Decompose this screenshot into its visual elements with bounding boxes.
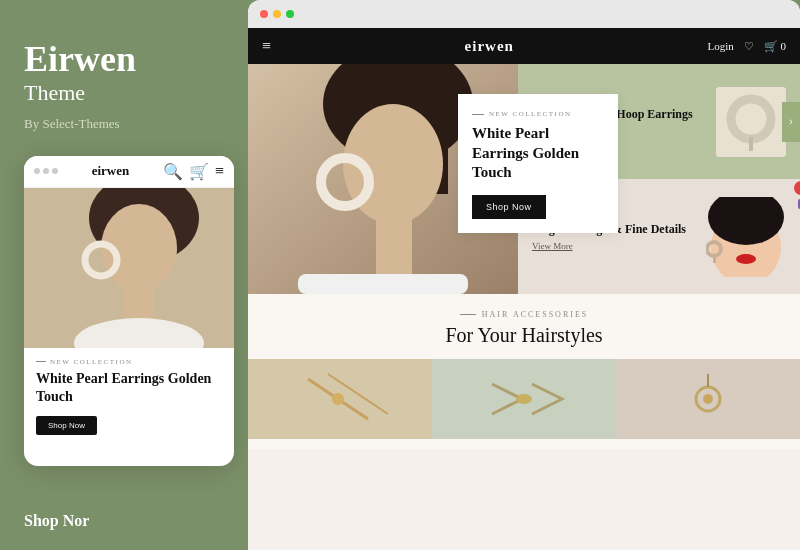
right-panel-chevron-button[interactable]: ›: [782, 102, 800, 142]
svg-rect-13: [298, 274, 468, 294]
new-collection-label: NEW COLLECTION: [472, 110, 604, 118]
header-action-icons: Login ♡ 🛒 0: [707, 40, 786, 53]
cart-icon[interactable]: 🛒 0: [764, 40, 786, 53]
hair-product-2[interactable]: [432, 359, 616, 439]
mobile-model-illustration: [24, 188, 234, 348]
svg-rect-21: [713, 255, 716, 263]
right-top-product-image: [716, 87, 786, 157]
svg-rect-16: [749, 137, 753, 151]
hair-accessories-section: HAIR ACCESSORIES For Your Hairstyles: [248, 294, 800, 449]
mobile-preview-card: eirwen 🔍 🛒 ≡: [24, 156, 234, 466]
right-bottom-view-more[interactable]: View More: [532, 241, 696, 251]
search-icon: 🔍: [163, 162, 183, 181]
site-header: ≡ eirwen Login ♡ 🛒 0: [248, 28, 800, 64]
mobile-new-collection-label: NEW COLLECTION: [36, 358, 222, 366]
browser-dot-yellow[interactable]: [273, 10, 281, 18]
hoop-earring-illustration: [716, 87, 786, 157]
card-product-title: White Pearl Earrings Golden Touch: [472, 124, 604, 183]
mobile-shop-now-button[interactable]: Shop Now: [36, 416, 97, 435]
brand-title: Eirwen: [24, 40, 224, 80]
shop-nor-area[interactable]: Shop Nor: [24, 512, 89, 530]
svg-point-25: [332, 393, 344, 405]
model-face-illustration: [706, 197, 786, 277]
mobile-hero-image: [24, 188, 234, 348]
hair-product-1-image: [248, 359, 432, 439]
hair-product-1[interactable]: [248, 359, 432, 439]
hamburger-menu-icon[interactable]: ≡: [262, 37, 271, 55]
mobile-dot-1: [34, 168, 40, 174]
hair-product-2-image: [432, 359, 616, 439]
cart-icon: 🛒: [189, 162, 209, 181]
brand-by: By Select-Themes: [24, 116, 224, 132]
shop-nor-button[interactable]: Shop Nor: [24, 512, 89, 530]
mobile-product-title: White Pearl Earrings Golden Touch: [36, 370, 222, 406]
right-bottom-product-image: [706, 197, 786, 277]
red-badge: [794, 181, 800, 195]
hair-section-label: HAIR ACCESSORIES: [248, 310, 800, 319]
svg-point-27: [516, 394, 532, 404]
wishlist-icon[interactable]: ♡: [744, 40, 754, 53]
main-preview: ≡ eirwen Login ♡ 🛒 0: [248, 0, 800, 550]
browser-dot-green[interactable]: [286, 10, 294, 18]
login-link[interactable]: Login: [707, 40, 733, 52]
mobile-dots: [34, 168, 58, 174]
left-panel: Eirwen Theme By Select-Themes eirwen 🔍 🛒…: [0, 0, 248, 550]
hero-product-card: NEW COLLECTION White Pearl Earrings Gold…: [458, 94, 618, 233]
browser-dot-red[interactable]: [260, 10, 268, 18]
mobile-header-icons: 🔍 🛒 ≡: [163, 162, 224, 181]
hair-product-3[interactable]: [616, 359, 800, 439]
shop-now-button[interactable]: Shop Now: [472, 195, 546, 219]
mobile-dot-3: [52, 168, 58, 174]
mobile-dot-2: [43, 168, 49, 174]
hair-section-title: For Your Hairstyles: [248, 324, 800, 347]
svg-point-30: [703, 394, 713, 404]
site-logo: eirwen: [465, 38, 514, 55]
svg-point-19: [736, 254, 756, 264]
hero-section: NEW COLLECTION White Pearl Earrings Gold…: [248, 64, 800, 294]
mobile-logo: eirwen: [92, 163, 130, 179]
browser-chrome: [248, 0, 800, 28]
hair-product-3-image: [616, 359, 800, 439]
mobile-header: eirwen 🔍 🛒 ≡: [24, 156, 234, 188]
hair-products-grid: [248, 359, 800, 439]
mobile-card-content: NEW COLLECTION White Pearl Earrings Gold…: [24, 348, 234, 443]
menu-icon: ≡: [215, 162, 224, 180]
brand-subtitle: Theme: [24, 80, 224, 106]
